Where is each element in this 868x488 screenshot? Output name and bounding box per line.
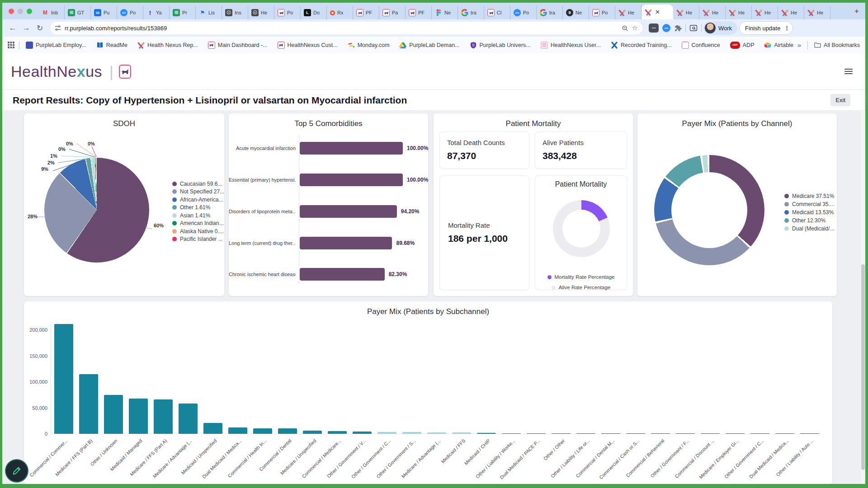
bookmark-item[interactable]: Airtable bbox=[764, 42, 793, 49]
bookmark-item[interactable]: Recorded Training... bbox=[611, 42, 672, 49]
browser-tab[interactable]: ⊞GT bbox=[65, 6, 91, 19]
browser-tab[interactable]: tra bbox=[458, 6, 484, 19]
healthnexus-logo[interactable]: HealthNexus | bbox=[11, 63, 131, 80]
browser-tab[interactable]: Cl bbox=[484, 6, 510, 19]
legend-item[interactable]: Caucasian 59.6... bbox=[172, 180, 224, 188]
browser-tab[interactable]: ☹He bbox=[248, 6, 274, 19]
legend-item[interactable]: Alaska Native 0.... bbox=[172, 227, 224, 235]
bar bbox=[800, 433, 819, 434]
bookmark-item[interactable]: PurpleLab Univers... bbox=[470, 42, 531, 49]
legend-item[interactable]: Asian 1.41% bbox=[172, 211, 224, 220]
browser-tab-active[interactable]: ✕ bbox=[642, 5, 673, 19]
browser-tab[interactable]: ⚑Lis bbox=[196, 6, 222, 19]
browser-menu-kebab-icon[interactable]: ⋮ bbox=[784, 25, 790, 32]
browser-tab[interactable]: He bbox=[615, 6, 642, 19]
browser-tab[interactable]: 9Ne bbox=[563, 6, 589, 19]
bookmark-star-icon[interactable]: ☆ bbox=[632, 24, 638, 32]
close-window-button[interactable] bbox=[9, 9, 14, 14]
reload-button[interactable]: ↻ bbox=[34, 22, 46, 34]
legend-item-alive-rate[interactable]: Alive Rate Percentage bbox=[535, 285, 627, 290]
x-axis-category-label: Dual Medicaid / Medica... bbox=[191, 438, 243, 484]
browser-tab[interactable]: tra bbox=[537, 6, 563, 19]
browser-tab[interactable]: Po bbox=[589, 6, 615, 19]
url-text[interactable]: rr.purplelab.com/reports/results/153869 bbox=[65, 25, 618, 32]
legend-item[interactable]: Medicaid 13.53% bbox=[784, 208, 835, 216]
legend-item[interactable]: Pacific Islander ... bbox=[172, 235, 224, 244]
legend-item[interactable]: American Indian... bbox=[172, 220, 224, 228]
legend-item[interactable]: Not Specified 27... bbox=[172, 188, 224, 196]
x-axis-category-label: Other / Government / F... bbox=[638, 438, 690, 484]
browser-tab[interactable]: He bbox=[726, 6, 752, 19]
kpi-value: 383,428 bbox=[542, 150, 619, 161]
browser-tab[interactable]: zmPo bbox=[510, 6, 537, 19]
legend-item[interactable]: Medicare 37.51% bbox=[784, 192, 835, 200]
browser-tab[interactable]: He bbox=[673, 6, 699, 19]
browser-tab[interactable]: PF bbox=[406, 6, 432, 19]
browser-tab[interactable]: zmPo bbox=[117, 6, 143, 19]
browser-tab[interactable]: Po bbox=[274, 6, 301, 19]
menu-hamburger-icon[interactable] bbox=[844, 69, 853, 74]
browser-tab[interactable]: He bbox=[752, 6, 778, 19]
browser-tab[interactable]: He bbox=[778, 6, 804, 19]
browser-tab[interactable]: ⊞Pr bbox=[170, 6, 196, 19]
bookmark-item[interactable]: ReadMe bbox=[96, 42, 127, 49]
minimize-window-button[interactable] bbox=[18, 9, 23, 14]
bookmarks-overflow-chevron[interactable]: » bbox=[797, 41, 801, 49]
bookmark-item[interactable]: PurpleLab Deman... bbox=[399, 42, 459, 49]
zoom-page-icon[interactable] bbox=[622, 25, 628, 32]
legend-item[interactable]: Dual (Medicaid/... bbox=[784, 225, 835, 233]
bookmark-item[interactable]: Health Nexus Rep... bbox=[137, 42, 198, 49]
all-bookmarks-button[interactable]: All Bookmarks bbox=[814, 42, 860, 48]
bookmark-item[interactable]: PurpleLab Employ... bbox=[26, 42, 86, 49]
annotate-pencil-fab[interactable] bbox=[5, 459, 28, 483]
bar-value-label: 100.00% bbox=[407, 142, 428, 155]
browser-tab[interactable]: He bbox=[699, 6, 726, 19]
extensions-puzzle-icon[interactable] bbox=[674, 24, 682, 32]
browser-tab[interactable]: MInb bbox=[38, 6, 65, 19]
new-tab-button[interactable]: + bbox=[851, 5, 863, 17]
browser-tab[interactable]: 20Pu bbox=[91, 6, 117, 19]
doc-favicon bbox=[541, 42, 548, 49]
bookmark-item[interactable]: ADPADP bbox=[730, 42, 755, 49]
back-button[interactable]: ← bbox=[7, 22, 19, 34]
page-scrollbar-thumb[interactable] bbox=[861, 264, 865, 470]
finish-update-button[interactable]: Finish update ⋮ bbox=[739, 21, 793, 35]
bookmark-item[interactable]: Monday.com bbox=[348, 42, 390, 49]
legend-item[interactable]: Other 12.30% bbox=[784, 216, 835, 225]
forward-button[interactable]: → bbox=[20, 22, 32, 34]
page-scrollbar-track[interactable] bbox=[861, 111, 865, 484]
legend-dot bbox=[172, 237, 177, 241]
password-manager-extension-icon[interactable]: ⋯ bbox=[649, 23, 659, 33]
browser-tab[interactable]: LDo bbox=[301, 6, 327, 19]
browser-tab[interactable]: He bbox=[804, 6, 830, 19]
legend-item[interactable]: Other 1.61% bbox=[172, 204, 224, 212]
browser-tab[interactable]: Rx bbox=[327, 6, 353, 19]
maximize-window-button[interactable] bbox=[27, 9, 32, 14]
browser-tab[interactable]: ☹Ins bbox=[222, 6, 248, 19]
bar bbox=[54, 324, 73, 434]
browser-tab[interactable]: !Ya bbox=[143, 6, 170, 19]
bookmark-item[interactable]: Confluence bbox=[682, 42, 720, 49]
x-axis-category-label: Commercial / Cash or S... bbox=[589, 438, 641, 484]
site-settings-icon[interactable] bbox=[55, 25, 61, 31]
legend-item[interactable]: Commercial 35.... bbox=[784, 200, 835, 208]
tab-close-icon[interactable]: ✕ bbox=[655, 9, 660, 15]
browser-tab[interactable]: Pa bbox=[379, 6, 406, 19]
exit-button[interactable]: Exit bbox=[830, 94, 850, 106]
bookmark-item[interactable]: HealthNexus User... bbox=[541, 42, 601, 49]
bookmark-item[interactable]: HealthNexus Cust... bbox=[278, 42, 338, 49]
bookmark-item[interactable]: Main Dashboard -... bbox=[208, 42, 268, 49]
profile-chip[interactable]: Work bbox=[703, 21, 737, 35]
legend-item[interactable]: African-America... bbox=[172, 196, 224, 204]
side-panel-icon[interactable] bbox=[689, 24, 698, 32]
legend-dot bbox=[172, 189, 177, 194]
legend-item-mortality-rate[interactable]: Mortality Rate Percentage bbox=[535, 274, 627, 280]
browser-tab[interactable]: PF bbox=[353, 6, 379, 19]
pie-slice-percent-label: 28% bbox=[25, 214, 38, 219]
logo-text: HealthNexus bbox=[11, 63, 102, 80]
apps-grid-icon[interactable] bbox=[8, 42, 14, 48]
address-bar[interactable]: rr.purplelab.com/reports/results/153869 … bbox=[50, 22, 642, 34]
browser-tab[interactable]: Ne bbox=[432, 6, 458, 19]
zoom-extension-icon[interactable]: zm bbox=[662, 24, 670, 32]
x-axis-category-label: Commercial / Dental bbox=[241, 438, 292, 484]
